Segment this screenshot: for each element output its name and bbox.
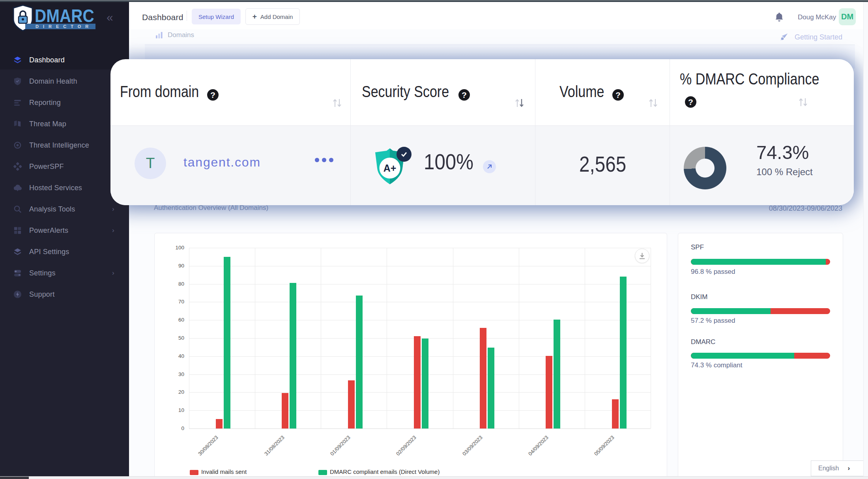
svg-text:A+: A+ bbox=[383, 163, 397, 174]
